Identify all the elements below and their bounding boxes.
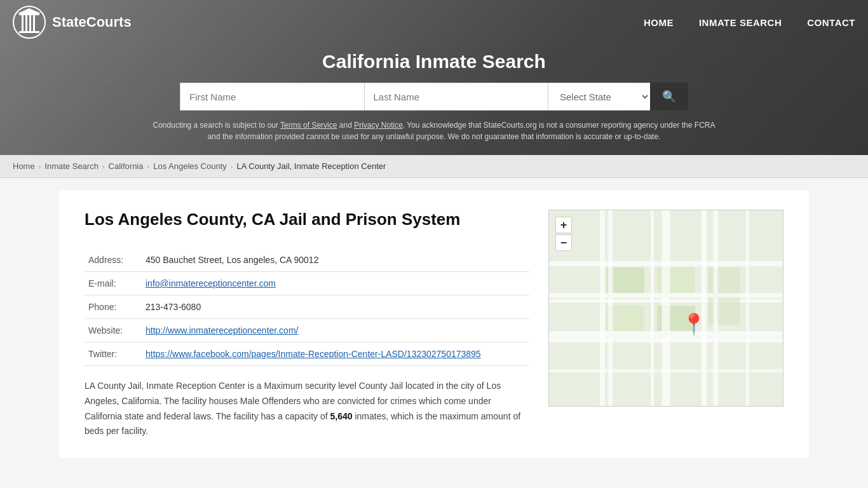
website-label: Website: [85, 319, 142, 342]
svg-rect-9 [549, 299, 783, 302]
svg-rect-16 [606, 268, 644, 293]
nav-inmate-search[interactable]: INMATE SEARCH [699, 17, 782, 28]
zoom-in-button[interactable]: + [555, 217, 572, 233]
svg-rect-17 [657, 268, 695, 293]
svg-rect-1 [19, 31, 39, 33]
logo-icon [13, 6, 46, 39]
svg-rect-2 [19, 13, 39, 15]
search-bar: Select State Alabama Alaska California T… [180, 83, 688, 111]
twitter-link[interactable]: https://www.facebook.com/pages/Inmate-Re… [146, 349, 481, 359]
svg-rect-13 [651, 210, 654, 406]
map-pin: 📍 [681, 312, 707, 336]
table-row-email: E-mail: info@inmatereceptioncenter.com [85, 272, 529, 295]
svg-rect-14 [702, 210, 707, 406]
table-row-website: Website: http://www.inmatereceptioncente… [85, 319, 529, 342]
svg-rect-5 [29, 15, 31, 31]
svg-rect-4 [25, 15, 27, 31]
phone-value: 213-473-6080 [142, 295, 529, 319]
svg-rect-6 [33, 15, 35, 31]
svg-rect-8 [549, 261, 783, 266]
svg-rect-12 [600, 210, 605, 406]
nav-links: HOME INMATE SEARCH CONTACT [644, 17, 855, 28]
facility-title: Los Angeles County, CA Jail and Prison S… [85, 210, 529, 229]
svg-rect-3 [22, 15, 24, 31]
twitter-value: https://www.facebook.com/pages/Inmate-Re… [142, 342, 529, 366]
zoom-out-button[interactable]: − [555, 234, 572, 251]
address-label: Address: [85, 248, 142, 272]
breadcrumb-current: LA County Jail, Inmate Reception Center [236, 161, 386, 171]
breadcrumb: Home › Inmate Search › California › Los … [0, 155, 868, 178]
logo-link[interactable]: StateCourts [13, 6, 132, 39]
email-value: info@inmatereceptioncenter.com [142, 272, 529, 295]
top-nav: StateCourts HOME INMATE SEARCH CONTACT [0, 0, 868, 44]
phone-label: Phone: [85, 295, 142, 319]
map-controls: + − [555, 217, 572, 251]
map-container: + − 📍 [548, 210, 783, 407]
main-content: Los Angeles County, CA Jail and Prison S… [59, 191, 809, 458]
svg-rect-18 [606, 306, 644, 331]
svg-rect-15 [746, 210, 749, 406]
svg-rect-20 [708, 268, 740, 325]
email-label: E-mail: [85, 272, 142, 295]
content-left: Los Angeles County, CA Jail and Prison S… [85, 210, 529, 439]
search-button[interactable]: 🔍 [650, 83, 688, 111]
nav-home[interactable]: HOME [644, 17, 674, 28]
info-table: Address: 450 Bauchet Street, Los angeles… [85, 248, 529, 366]
table-row-twitter: Twitter: https://www.facebook.com/pages/… [85, 342, 529, 366]
svg-rect-11 [549, 369, 783, 372]
table-row-phone: Phone: 213-473-6080 [85, 295, 529, 319]
breadcrumb-sep-2: › [102, 163, 105, 170]
hero-title: California Inmate Search [13, 51, 855, 72]
last-name-input[interactable] [364, 83, 549, 111]
breadcrumb-inmate-search[interactable]: Inmate Search [44, 161, 98, 171]
svg-rect-10 [549, 337, 783, 342]
svg-rect-7 [549, 210, 783, 406]
facility-description: LA County Jail, Inmate Reception Center … [85, 379, 529, 439]
breadcrumb-home[interactable]: Home [13, 161, 35, 171]
logo-text: StateCourts [52, 14, 132, 30]
terms-link[interactable]: Terms of Service [280, 121, 337, 130]
email-link[interactable]: info@inmatereceptioncenter.com [146, 278, 276, 288]
table-row-address: Address: 450 Bauchet Street, Los angeles… [85, 248, 529, 272]
nav-contact[interactable]: CONTACT [807, 17, 855, 28]
header: StateCourts HOME INMATE SEARCH CONTACT C… [0, 0, 868, 155]
map-background [549, 210, 783, 406]
website-value: http://www.inmatereceptioncenter.com/ [142, 319, 529, 342]
breadcrumb-sep-1: › [39, 163, 41, 170]
state-select[interactable]: Select State Alabama Alaska California T… [548, 83, 650, 111]
content-right: + − 📍 [548, 210, 783, 439]
breadcrumb-sep-3: › [147, 163, 150, 170]
breadcrumb-california[interactable]: California [109, 161, 144, 171]
capacity-value: 5,640 [330, 411, 353, 421]
twitter-label: Twitter: [85, 342, 142, 366]
first-name-input[interactable] [180, 83, 364, 111]
search-icon: 🔍 [662, 90, 676, 103]
breadcrumb-la-county[interactable]: Los Angeles County [153, 161, 227, 171]
disclaimer: Conducting a search is subject to our Te… [148, 119, 720, 142]
map-svg [549, 210, 783, 406]
address-value: 450 Bauchet Street, Los angeles, CA 9001… [142, 248, 529, 272]
hero: California Inmate Search Select State Al… [0, 44, 868, 155]
privacy-link[interactable]: Privacy Notice [354, 121, 403, 130]
website-link[interactable]: http://www.inmatereceptioncenter.com/ [146, 325, 298, 336]
breadcrumb-sep-4: › [231, 163, 233, 170]
